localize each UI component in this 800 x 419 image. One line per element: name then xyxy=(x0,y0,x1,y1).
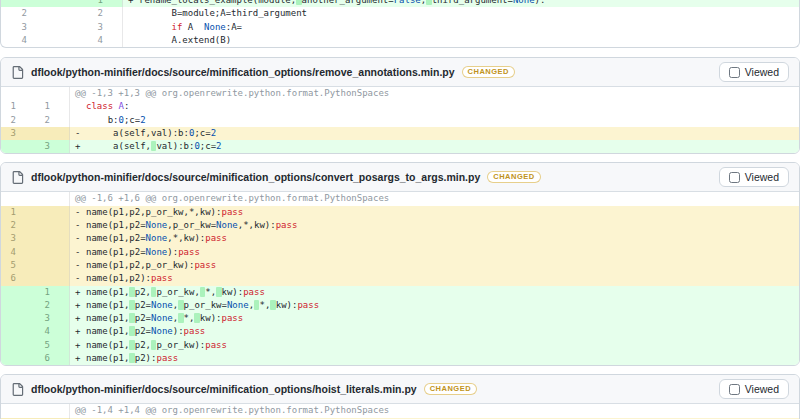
hunk-header: @@ -1,6 +1,6 @@ org.openrewrite.python.f… xyxy=(1,192,799,205)
code-token: p2= xyxy=(135,326,151,336)
old-line-number[interactable] xyxy=(1,140,35,153)
diff-marker: - xyxy=(75,259,86,272)
diff-row: 44 A.extend(B) xyxy=(1,34,799,47)
diff-table: 1+rename_locals_example(module, another_… xyxy=(1,0,799,47)
diff-row: 1+name(p1, p2, p_or_kw, *, kw):pass xyxy=(1,286,799,299)
new-line-number[interactable]: 3 xyxy=(46,21,122,34)
diff-marker: - xyxy=(75,206,86,219)
old-line-number[interactable]: 3 xyxy=(1,127,35,140)
code-token: p_or_kw, xyxy=(156,287,199,297)
old-line-number xyxy=(1,192,35,205)
viewed-button[interactable]: Viewed xyxy=(719,167,789,187)
file-path[interactable]: dflook/python-minifier/docs/source/minif… xyxy=(31,171,480,183)
diff-marker: + xyxy=(75,312,86,325)
hunk-header-text: @@ -1,3 +1,3 @@ org.openrewrite.python.f… xyxy=(69,87,799,100)
old-line-number[interactable]: 6 xyxy=(1,272,35,285)
file-icon xyxy=(11,383,24,396)
code-token: 2 xyxy=(216,141,221,151)
new-line-number[interactable] xyxy=(35,206,69,219)
old-line-number[interactable]: 4 xyxy=(1,34,46,47)
code-token: None xyxy=(146,220,168,230)
code-line: +name(p1, p2, p_or_kw):pass xyxy=(69,339,799,352)
code-token: p2, xyxy=(135,287,151,297)
new-line-number xyxy=(35,87,69,100)
diff-row: 6-name(p1,p2):pass xyxy=(1,272,799,285)
diff-marker: - xyxy=(75,272,86,285)
new-line-number[interactable]: 4 xyxy=(35,325,69,338)
code-token: p2, xyxy=(135,340,151,350)
file-header: dflook/python-minifier/docs/source/minif… xyxy=(1,163,799,192)
new-line-number[interactable]: 1 xyxy=(35,100,69,113)
code-token: p_or_kw): xyxy=(156,340,205,350)
code-token: kw): xyxy=(222,287,244,297)
file-path[interactable]: dflook/python-minifier/docs/source/minif… xyxy=(31,66,455,78)
code-token: another_argument= xyxy=(302,0,394,5)
old-line-number[interactable]: 2 xyxy=(1,219,35,232)
new-line-number[interactable] xyxy=(35,219,69,232)
code-token: ,*,kw): xyxy=(238,220,276,230)
code-token: A.extend(B) xyxy=(139,35,231,45)
old-line-number[interactable]: 1 xyxy=(1,206,35,219)
new-line-number[interactable]: 1 xyxy=(35,286,69,299)
new-line-number[interactable]: 2 xyxy=(46,7,122,20)
viewed-checkbox[interactable] xyxy=(729,67,740,78)
file-path[interactable]: dflook/python-minifier/docs/source/minif… xyxy=(31,383,417,395)
code-token xyxy=(139,22,172,32)
code-line: B=module;A=third_argument xyxy=(122,7,799,20)
old-line-number[interactable]: 3 xyxy=(1,21,46,34)
code-token: p2= xyxy=(135,313,151,323)
code-line: -name(p1,p2=None):pass xyxy=(69,246,799,259)
diff-marker: - xyxy=(75,246,86,259)
new-line-number[interactable]: 2 xyxy=(35,299,69,312)
old-line-number[interactable] xyxy=(1,299,35,312)
code-token: val):b: xyxy=(156,141,194,151)
diff-marker: - xyxy=(75,232,86,245)
old-line-number[interactable]: 3 xyxy=(1,232,35,245)
new-line-number[interactable]: 1 xyxy=(46,0,122,7)
old-line-number[interactable]: 5 xyxy=(1,259,35,272)
code-token: *, xyxy=(205,287,216,297)
old-line-number[interactable]: 1 xyxy=(1,100,35,113)
new-line-number[interactable]: 5 xyxy=(35,339,69,352)
old-line-number[interactable] xyxy=(1,0,46,7)
viewed-checkbox[interactable] xyxy=(729,384,740,395)
new-line-number[interactable]: 3 xyxy=(35,140,69,153)
code-token: pass xyxy=(178,247,200,257)
new-line-number[interactable] xyxy=(35,232,69,245)
old-line-number[interactable] xyxy=(1,339,35,352)
code-token: name(p1,p2): xyxy=(86,273,151,283)
code-line: -name(p1,p2,p_or_kw,*,kw):pass xyxy=(69,206,799,219)
new-line-number[interactable]: 3 xyxy=(35,312,69,325)
old-line-number[interactable]: 2 xyxy=(1,7,46,20)
hunk-header: @@ -1,4 +1,4 @@ org.openrewrite.python.f… xyxy=(1,404,799,417)
diff-marker: - xyxy=(75,219,86,232)
code-token: if xyxy=(172,22,183,32)
code-token: name(p1, xyxy=(86,313,129,323)
new-line-number[interactable]: 6 xyxy=(35,352,69,365)
code-token: ,p_or_kw= xyxy=(167,220,216,230)
viewed-checkbox[interactable] xyxy=(729,172,740,183)
new-line-number[interactable] xyxy=(35,272,69,285)
code-token: p2): xyxy=(135,353,157,363)
code-line: -name(p1,p2):pass xyxy=(69,272,799,285)
old-line-number[interactable]: 4 xyxy=(1,246,35,259)
changed-badge: CHANGED xyxy=(487,171,540,183)
code-token: a(self, xyxy=(86,141,151,151)
diff-row: 4-name(p1,p2=None):pass xyxy=(1,246,799,259)
old-line-number[interactable] xyxy=(1,286,35,299)
new-line-number[interactable]: 2 xyxy=(35,114,69,127)
new-line-number[interactable]: 4 xyxy=(46,34,122,47)
old-line-number xyxy=(1,404,35,417)
old-line-number[interactable] xyxy=(1,312,35,325)
new-line-number[interactable] xyxy=(35,259,69,272)
viewed-button[interactable]: Viewed xyxy=(719,379,789,399)
old-line-number[interactable]: 2 xyxy=(1,114,35,127)
code-token: class xyxy=(86,101,113,111)
old-line-number[interactable] xyxy=(1,352,35,365)
new-line-number[interactable] xyxy=(35,127,69,140)
code-token: *, xyxy=(259,300,270,310)
old-line-number[interactable] xyxy=(1,325,35,338)
new-line-number[interactable] xyxy=(35,246,69,259)
code-token: None xyxy=(146,233,168,243)
viewed-button[interactable]: Viewed xyxy=(719,62,789,82)
